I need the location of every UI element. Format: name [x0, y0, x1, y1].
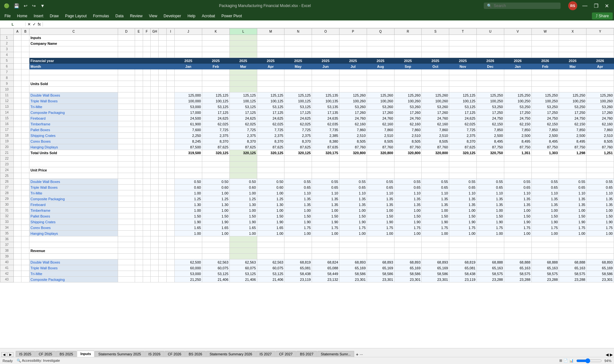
- cell-f[interactable]: [143, 81, 151, 87]
- cell-y[interactable]: 1.00: [586, 208, 614, 213]
- cell-f[interactable]: [143, 242, 151, 248]
- cell-g[interactable]: [151, 64, 159, 69]
- cell-r[interactable]: 0.55: [394, 179, 422, 185]
- cell-u[interactable]: [476, 236, 504, 242]
- cell-v[interactable]: 62,150: [504, 121, 531, 127]
- cell-n[interactable]: 1.00: [284, 208, 312, 213]
- cell-m[interactable]: [257, 242, 284, 248]
- cell-h[interactable]: [159, 52, 167, 58]
- cell-s[interactable]: 1.90: [422, 219, 449, 225]
- cell-m[interactable]: 24,625: [257, 115, 284, 121]
- cell-d[interactable]: [118, 225, 135, 231]
- cell-n[interactable]: 0.65: [284, 185, 312, 190]
- cell-a[interactable]: [13, 110, 21, 115]
- cell-i[interactable]: [167, 162, 175, 167]
- cell-u[interactable]: [476, 248, 504, 254]
- cell-d[interactable]: [118, 41, 135, 46]
- cell-f[interactable]: [143, 162, 151, 167]
- cell-b[interactable]: [21, 277, 29, 282]
- cell-q[interactable]: 68,893: [367, 259, 394, 265]
- cell-l[interactable]: 87,625: [229, 144, 257, 150]
- label-cell[interactable]: [29, 236, 118, 242]
- cell-r[interactable]: 2025: [394, 58, 422, 64]
- cell-s[interactable]: 0.65: [422, 185, 449, 190]
- cell-e[interactable]: [135, 242, 143, 248]
- cell-j[interactable]: 125,000: [175, 92, 202, 98]
- cell-d[interactable]: [118, 144, 135, 150]
- cell-e[interactable]: [135, 58, 143, 64]
- cell-o[interactable]: [312, 236, 339, 242]
- cell-d[interactable]: [118, 52, 135, 58]
- cell-q[interactable]: 1.35: [367, 196, 394, 202]
- cell-r[interactable]: 1.00: [394, 208, 422, 213]
- cell-j[interactable]: [175, 69, 202, 75]
- cell-e[interactable]: [135, 248, 143, 254]
- cell-a[interactable]: [13, 213, 21, 219]
- cell-t[interactable]: 8,370: [449, 138, 477, 144]
- cell-s[interactable]: 2,510: [422, 133, 449, 138]
- cell-j[interactable]: 61,900: [175, 121, 202, 127]
- cell-k[interactable]: 2,375: [202, 133, 229, 138]
- cell-v[interactable]: [504, 52, 531, 58]
- cell-g[interactable]: [151, 213, 159, 219]
- cell-y[interactable]: 1.75: [586, 225, 614, 231]
- cell-x[interactable]: 2,500: [559, 133, 586, 138]
- cell-x[interactable]: 62,150: [559, 121, 586, 127]
- cell-y[interactable]: [586, 52, 614, 58]
- cell-t[interactable]: 1.10: [449, 190, 477, 196]
- cell-w[interactable]: 7,850: [531, 127, 559, 133]
- cell-w[interactable]: 2,500: [531, 133, 559, 138]
- cell-i[interactable]: [167, 208, 175, 213]
- cell-d[interactable]: [118, 115, 135, 121]
- label-cell[interactable]: Fireboard: [29, 115, 118, 121]
- col-header-t[interactable]: T: [449, 28, 477, 35]
- cell-u[interactable]: 62,150: [476, 121, 504, 127]
- cell-i[interactable]: [167, 52, 175, 58]
- cell-l[interactable]: 2,375: [229, 133, 257, 138]
- cell-t[interactable]: 125,125: [449, 92, 477, 98]
- cell-i[interactable]: [167, 46, 175, 52]
- cell-r[interactable]: 125,260: [394, 92, 422, 98]
- cell-j[interactable]: 2025: [175, 58, 202, 64]
- cell-f[interactable]: [143, 75, 151, 81]
- cell-f[interactable]: [143, 179, 151, 185]
- cell-n[interactable]: 8,370: [284, 138, 312, 144]
- cell-r[interactable]: 53,260: [394, 104, 422, 110]
- cell-f[interactable]: [143, 46, 151, 52]
- cell-b[interactable]: [21, 87, 29, 92]
- cell-h[interactable]: [159, 185, 167, 190]
- cell-x[interactable]: 58,575: [559, 271, 586, 277]
- cell-e[interactable]: [135, 69, 143, 75]
- label-cell[interactable]: Corex Boxes: [29, 225, 118, 231]
- cell-k[interactable]: [202, 167, 229, 173]
- cell-t[interactable]: 1.00: [449, 208, 477, 213]
- cell-o[interactable]: [312, 46, 339, 52]
- cell-q[interactable]: [367, 75, 394, 81]
- cell-j[interactable]: [175, 81, 202, 87]
- cell-b[interactable]: [21, 133, 29, 138]
- cell-s[interactable]: 68,893: [422, 259, 449, 265]
- cell-w[interactable]: 100,250: [531, 98, 559, 104]
- cell-g[interactable]: [151, 138, 159, 144]
- cell-m[interactable]: 1.30: [257, 202, 284, 208]
- cell-h[interactable]: [159, 92, 167, 98]
- cell-o[interactable]: Jun: [312, 64, 339, 69]
- cell-d[interactable]: [118, 162, 135, 167]
- cell-e[interactable]: [135, 98, 143, 104]
- cell-y[interactable]: [586, 69, 614, 75]
- cell-q[interactable]: Aug: [367, 64, 394, 69]
- cell-s[interactable]: 58,586: [422, 271, 449, 277]
- label-cell[interactable]: Inputs: [29, 35, 118, 41]
- cell-m[interactable]: [257, 46, 284, 52]
- cell-j[interactable]: 1.00: [175, 190, 202, 196]
- cell-g[interactable]: [151, 179, 159, 185]
- cell-x[interactable]: 0.55: [559, 179, 586, 185]
- cell-b[interactable]: [21, 219, 29, 225]
- cell-h[interactable]: [159, 219, 167, 225]
- cell-j[interactable]: 1.65: [175, 225, 202, 231]
- cell-p[interactable]: [339, 69, 367, 75]
- cell-g[interactable]: [151, 52, 159, 58]
- page-break-icon[interactable]: 📊: [569, 359, 574, 363]
- cell-f[interactable]: [143, 219, 151, 225]
- cell-s[interactable]: [422, 242, 449, 248]
